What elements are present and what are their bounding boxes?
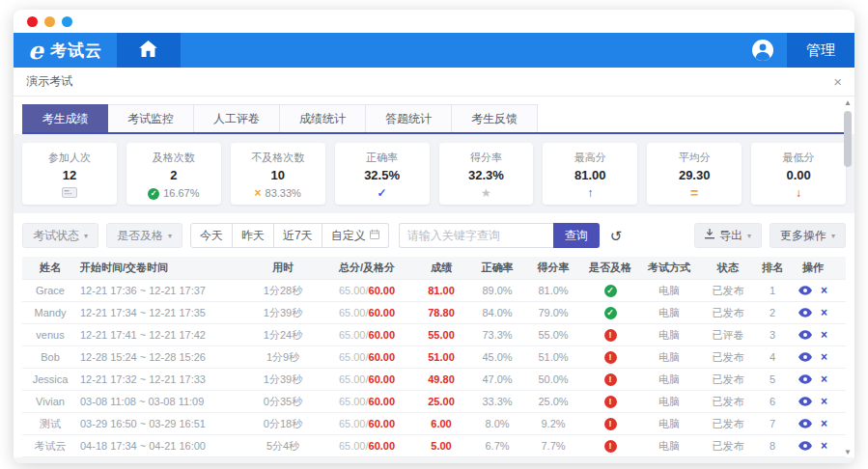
minimize-window-button[interactable] [44, 16, 55, 27]
delete-record-icon[interactable]: × [821, 418, 827, 429]
cell-score-rate: 55.0% [524, 329, 582, 341]
arrow-up-icon: ↑ [587, 187, 593, 199]
column-header-11: 排名 [756, 261, 789, 275]
cell-duration: 5分4秒 [244, 439, 322, 454]
stat-label: 及格次数 [128, 151, 219, 165]
tab-4[interactable]: 成绩统计 [280, 104, 366, 132]
download-icon [705, 229, 714, 242]
x-mark-icon: × [255, 187, 262, 199]
cell-actions: × [789, 351, 837, 363]
cell-status: 已发布 [700, 284, 756, 298]
table-row: Vivian03-08 11:08 ~ 03-08 11:090分35秒65.0… [22, 391, 846, 413]
more-actions-dropdown[interactable]: 更多操作 ▾ [770, 223, 846, 248]
view-detail-icon[interactable] [798, 419, 812, 428]
view-detail-icon[interactable] [798, 330, 812, 340]
view-detail-icon[interactable] [798, 352, 812, 362]
equals-icon: = [690, 186, 698, 200]
check-circle-icon: ✓ [148, 186, 159, 200]
cell-rank: 3 [756, 329, 789, 341]
view-detail-icon[interactable] [798, 374, 812, 384]
scroll-down-icon[interactable]: ▼ [843, 448, 853, 457]
arrow-down-icon: ↓ [796, 187, 801, 199]
view-detail-icon[interactable] [798, 397, 812, 406]
date-range-3-button[interactable]: 近7天 [274, 223, 322, 248]
view-detail-icon[interactable] [798, 286, 812, 295]
cell-score-rate: 81.0% [524, 285, 582, 296]
date-range-4-button[interactable]: 自定义 [322, 223, 389, 248]
cell-score-rate: 9.2% [524, 418, 582, 429]
table-row: Bob12-28 15:24 ~ 12-28 15:261分9秒65.00/60… [22, 346, 846, 369]
exam-status-dropdown[interactable]: 考试状态 ▾ [22, 223, 98, 248]
cell-name: Vivian [22, 396, 78, 407]
table-header-row: 姓名开始时间/交卷时间用时总分/及格分成绩正确率得分率是否及格考试方式状态排名操… [22, 257, 846, 280]
export-dropdown[interactable]: 导出 ▾ [694, 223, 762, 248]
cell-pass-status: ! [582, 417, 638, 430]
brand-name: 考试云 [50, 40, 102, 62]
home-nav-button[interactable] [117, 33, 181, 68]
tab-bar: 考生成绩考试监控人工评卷成绩统计答题统计考生反馈 [22, 104, 846, 134]
tab-5[interactable]: 答题统计 [366, 104, 452, 132]
user-avatar[interactable] [752, 40, 773, 61]
table-row: 考试云04-18 17:34 ~ 04-21 16:005分4秒65.00/60… [22, 435, 846, 457]
stat-value: 32.3% [441, 168, 532, 182]
cell-correct-rate: 89.0% [470, 285, 524, 296]
filter-toolbar: 考试状态 ▾ 是否及格 ▾ 今天昨天近7天自定义 查询 ↺ 导出 ▾ 更多操作 … [14, 213, 854, 257]
refresh-icon[interactable]: ↺ [610, 229, 623, 243]
scrollbar-thumb[interactable] [844, 111, 852, 167]
scroll-up-icon[interactable]: ▲ [843, 98, 853, 108]
cell-method: 电脑 [638, 328, 700, 343]
close-panel-icon[interactable]: × [833, 73, 842, 90]
date-range-label: 今天 [200, 228, 223, 244]
stat-value: 0.00 [753, 168, 844, 182]
stat-sub-text: 83.33% [266, 187, 301, 199]
date-range-1-button[interactable]: 今天 [190, 223, 233, 248]
fail-exclamation-icon: ! [604, 329, 617, 342]
cell-method: 电脑 [638, 372, 700, 387]
table-body: Grace12-21 17:36 ~ 12-21 17:371分28秒65.00… [22, 280, 846, 457]
tab-3[interactable]: 人工评卷 [194, 104, 280, 132]
table-row: Jessica12-21 17:32 ~ 12-21 17:331分39秒65.… [22, 369, 846, 391]
cell-time: 12-21 17:36 ~ 12-21 17:37 [78, 285, 244, 296]
search-button[interactable]: 查询 [553, 223, 600, 248]
cell-total-pass: 65.00/60.00 [322, 329, 412, 341]
delete-record-icon[interactable]: × [821, 307, 827, 318]
admin-menu-button[interactable]: 管理 [787, 33, 854, 68]
view-detail-icon[interactable] [798, 308, 812, 317]
total-score: 65.00 [339, 373, 366, 385]
cell-score-rate: 7.7% [524, 440, 582, 452]
tab-2[interactable]: 考试监控 [108, 104, 194, 132]
delete-record-icon[interactable]: × [821, 396, 827, 407]
chevron-down-icon: ▾ [168, 232, 172, 240]
column-header-6: 正确率 [470, 261, 524, 275]
view-detail-icon[interactable] [798, 441, 812, 451]
tab-6[interactable]: 考生反馈 [452, 104, 538, 132]
delete-record-icon[interactable]: × [821, 373, 827, 385]
close-window-button[interactable] [27, 16, 38, 27]
cell-correct-rate: 45.0% [470, 351, 524, 363]
delete-record-icon[interactable]: × [821, 285, 827, 296]
cell-score-rate: 79.0% [524, 307, 582, 318]
app-header: e 考试云 管理 [14, 33, 854, 68]
stat-label: 最低分 [753, 151, 844, 165]
cell-rank: 6 [756, 396, 789, 407]
cell-duration: 1分28秒 [244, 284, 322, 298]
cell-pass-status: ! [582, 350, 638, 364]
search-input[interactable] [399, 223, 553, 248]
delete-record-icon[interactable]: × [821, 351, 827, 363]
pass-filter-dropdown[interactable]: 是否及格 ▾ [106, 223, 182, 248]
maximize-window-button[interactable] [62, 16, 72, 27]
date-range-2-button[interactable]: 昨天 [233, 223, 274, 248]
pass-check-icon: ✓ [604, 285, 617, 297]
cell-correct-rate: 6.7% [470, 440, 524, 452]
cell-actions: × [789, 373, 837, 385]
cell-name: Jessica [22, 373, 78, 385]
table-row: Grace12-21 17:36 ~ 12-21 17:371分28秒65.00… [22, 280, 846, 302]
tab-1[interactable]: 考生成绩 [22, 104, 108, 132]
brand-logo: e 考试云 [14, 33, 117, 68]
cell-total-pass: 65.00/60.00 [322, 440, 412, 452]
stat-value: 32.5% [337, 168, 428, 182]
cell-time: 03-29 16:50 ~ 03-29 16:51 [78, 418, 244, 429]
delete-record-icon[interactable]: × [821, 329, 827, 341]
vertical-scrollbar[interactable]: ▲ ▼ [843, 98, 853, 457]
delete-record-icon[interactable]: × [821, 440, 827, 452]
